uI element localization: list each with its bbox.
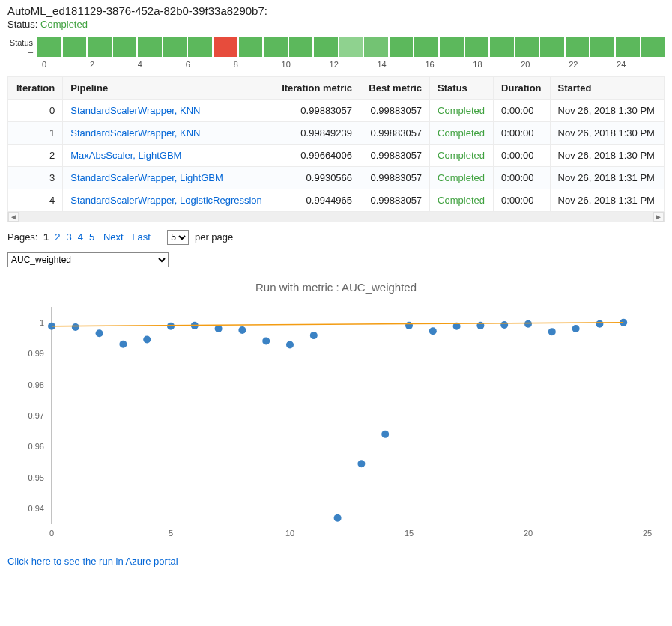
status-cell[interactable] [390,37,415,57]
svg-text:0.95: 0.95 [28,473,43,482]
status-cell[interactable] [113,37,139,57]
table-row[interactable]: 3StandardScalerWrapper, LightGBM0.993056… [8,167,665,189]
status-cell[interactable] [540,37,566,57]
status-cell[interactable] [566,37,591,57]
cell-pipeline[interactable]: MaxAbsScaler, LightGBM [63,145,273,167]
status-cell[interactable] [239,37,264,57]
cell-best-metric: 0.99883057 [360,100,430,122]
col-status[interactable]: Status [430,77,494,100]
svg-text:0.98: 0.98 [28,380,43,389]
page-5[interactable]: 5 [89,231,94,243]
svg-point-35 [548,328,555,335]
status-cell[interactable] [616,37,641,57]
cell-iter-metric: 0.99664006 [273,145,360,167]
cell-pipeline[interactable]: StandardScalerWrapper, KNN [63,100,273,122]
status-axis-tick: 22 [569,60,617,69]
status-cell[interactable] [63,37,88,57]
status-cell[interactable] [314,37,339,57]
status-axis-tick: 24 [617,60,665,69]
iterations-table: Iteration Pipeline Iteration metric Best… [7,76,665,212]
col-best-metric[interactable]: Best metric [360,77,430,100]
svg-point-33 [500,321,508,329]
cell-status: Completed [430,100,494,122]
page-next[interactable]: Next [103,231,124,243]
status-axis-tick: 10 [282,60,330,69]
cell-pipeline[interactable]: StandardScalerWrapper, LogisticRegressio… [63,189,273,212]
status-cell[interactable] [641,37,665,57]
table-row[interactable]: 4StandardScalerWrapper, LogisticRegressi… [8,189,665,212]
cell-iteration: 0 [8,100,63,122]
svg-text:15: 15 [404,529,413,538]
status-cell[interactable] [37,37,63,57]
pages-label: Pages: [7,231,37,243]
cell-duration: 0:00:00 [494,167,550,189]
status-cell[interactable] [414,37,440,57]
cell-started: Nov 26, 2018 1:30 PM [550,145,664,167]
status-bar-axis: 024681012141618202224 [42,60,665,69]
cell-started: Nov 26, 2018 1:31 PM [550,189,664,212]
status-cell[interactable] [214,37,239,57]
status-cell[interactable] [440,37,465,57]
page-2[interactable]: 2 [55,231,60,243]
status-cell[interactable] [339,37,365,57]
status-cell[interactable] [163,37,189,57]
per-page-select[interactable]: 5 [167,230,189,245]
status-cell[interactable] [264,37,289,57]
table-row[interactable]: 2MaxAbsScaler, LightGBM0.996640060.99883… [8,145,665,167]
status-cell[interactable] [188,37,214,57]
azure-portal-link[interactable]: Click here to see the run in Azure porta… [7,556,178,567]
svg-text:0.96: 0.96 [28,442,43,451]
svg-text:1: 1 [39,318,43,327]
cell-status: Completed [430,122,494,145]
svg-point-15 [71,323,79,331]
scroll-left-icon[interactable]: ◄ [8,212,19,222]
status-cell[interactable] [590,37,616,57]
cell-pipeline[interactable]: StandardScalerWrapper, LightGBM [63,167,273,189]
svg-text:0.94: 0.94 [28,504,43,513]
cell-duration: 0:00:00 [494,189,550,212]
svg-point-27 [357,460,365,467]
status-value: Completed [40,19,88,30]
status-cell[interactable] [515,37,541,57]
status-axis-tick: 16 [425,60,473,69]
page-last[interactable]: Last [132,231,151,243]
scroll-right-icon[interactable]: ► [653,212,664,222]
cell-iteration: 3 [8,167,63,189]
col-iter-metric[interactable]: Iteration metric [273,77,360,100]
col-started[interactable]: Started [550,77,664,100]
cell-started: Nov 26, 2018 1:30 PM [550,100,664,122]
table-row[interactable]: 0StandardScalerWrapper, KNN0.998830570.9… [8,100,665,122]
status-cell[interactable] [138,37,163,57]
status-cell[interactable] [465,37,491,57]
svg-point-28 [381,431,389,438]
svg-point-36 [572,325,579,332]
svg-point-22 [238,326,246,334]
cell-iteration: 4 [8,189,63,212]
page-4[interactable]: 4 [78,231,83,243]
svg-point-34 [524,320,532,328]
status-cell[interactable] [490,37,515,57]
svg-point-17 [119,341,127,348]
table-horizontal-scrollbar[interactable]: ◄ ► [7,212,665,222]
status-cell[interactable] [88,37,113,57]
svg-text:20: 20 [523,529,532,538]
svg-text:5: 5 [168,529,172,538]
status-axis-tick: 18 [473,60,521,69]
status-cell[interactable] [289,37,315,57]
col-duration[interactable]: Duration [494,77,550,100]
page-3[interactable]: 3 [67,231,72,243]
svg-point-29 [405,322,413,329]
table-row[interactable]: 1StandardScalerWrapper, KNN0.998492390.9… [8,122,665,145]
cell-iter-metric: 0.9930566 [273,167,360,189]
status-cell[interactable] [364,37,390,57]
cell-pipeline[interactable]: StandardScalerWrapper, KNN [63,122,273,145]
cell-status: Completed [430,145,494,167]
col-pipeline[interactable]: Pipeline [63,77,273,100]
metric-select[interactable]: AUC_weighted [7,252,169,267]
cell-best-metric: 0.99883057 [360,189,430,212]
col-iteration[interactable]: Iteration [8,77,63,100]
svg-text:10: 10 [285,529,294,538]
status-axis-tick: 6 [186,60,234,69]
metric-chart[interactable]: 0.940.950.960.970.980.9910510152025 [10,300,662,547]
svg-point-16 [95,329,103,337]
